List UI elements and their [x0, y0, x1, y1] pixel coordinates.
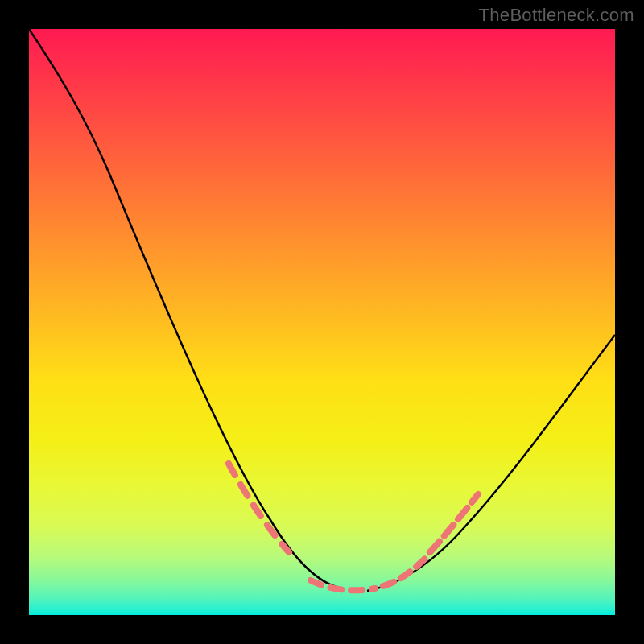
right-curve [367, 335, 615, 591]
chart-svg [29, 29, 615, 615]
bottom-dash-segment [311, 580, 375, 590]
right-dash-upper [430, 494, 478, 552]
chart-container: TheBottleneck.com [0, 0, 644, 644]
watermark-text: TheBottleneck.com [479, 5, 634, 26]
plot-area [29, 29, 615, 615]
right-dash-lower [383, 556, 427, 586]
left-dash-segment [229, 464, 289, 552]
left-curve [29, 29, 343, 588]
